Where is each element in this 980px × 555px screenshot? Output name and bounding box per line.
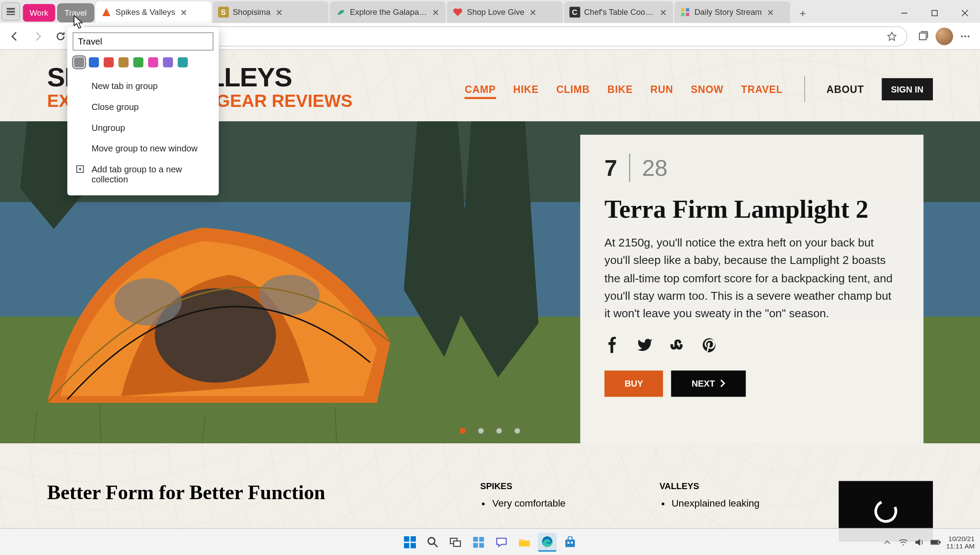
tab-shopisima[interactable]: S Shopisima ✕ bbox=[212, 1, 328, 23]
nav-hike[interactable]: HIKE bbox=[513, 83, 538, 95]
menu-button[interactable] bbox=[954, 25, 976, 47]
pinterest-icon[interactable] bbox=[701, 337, 718, 353]
carousel-dot[interactable] bbox=[514, 428, 521, 434]
close-icon[interactable]: ✕ bbox=[179, 7, 189, 17]
nav-snow[interactable]: SNOW bbox=[691, 83, 723, 95]
carousel-dot[interactable] bbox=[478, 428, 484, 434]
wifi-icon[interactable] bbox=[898, 537, 909, 548]
color-swatch-blue[interactable] bbox=[89, 57, 99, 67]
chat-button[interactable] bbox=[492, 533, 511, 552]
tab-galapagos[interactable]: Explore the Galapagos ✕ bbox=[330, 1, 446, 23]
tab-group-label: Work bbox=[30, 8, 48, 18]
nav-about[interactable]: ABOUT bbox=[827, 83, 864, 95]
svg-rect-12 bbox=[919, 33, 926, 39]
menu-new-tab-in-group[interactable]: New tab in group bbox=[73, 75, 214, 96]
nav-run[interactable]: RUN bbox=[650, 83, 673, 95]
tab-spikes-valleys[interactable]: Spikes & Valleys ✕ bbox=[95, 1, 211, 23]
color-swatch-purple[interactable] bbox=[163, 57, 173, 67]
c-icon: C bbox=[569, 7, 580, 17]
favorite-button[interactable] bbox=[881, 25, 902, 47]
color-swatch-green[interactable] bbox=[133, 57, 143, 67]
nav-travel[interactable]: TRAVEL bbox=[741, 83, 783, 95]
nav-climb[interactable]: CLIMB bbox=[556, 83, 590, 95]
product-card: 7 28 Terra Firm Lamplight 2 At 2150g, yo… bbox=[580, 135, 923, 443]
widgets-button[interactable] bbox=[469, 533, 488, 552]
signin-button[interactable]: SIGN IN bbox=[881, 78, 933, 100]
svg-point-15 bbox=[961, 35, 963, 37]
carousel-dots bbox=[460, 428, 521, 434]
close-window-button[interactable] bbox=[950, 3, 980, 23]
volume-icon[interactable] bbox=[914, 537, 925, 548]
tab-daily-story[interactable]: Daily Story Stream ✕ bbox=[674, 1, 790, 23]
color-swatch-teal[interactable] bbox=[178, 57, 188, 67]
task-view-button[interactable] bbox=[446, 533, 465, 552]
svg-rect-50 bbox=[568, 541, 570, 544]
list-item: Unexplained leaking bbox=[671, 498, 812, 509]
lower-section: Better Form for Better Function SPIKES V… bbox=[0, 443, 980, 541]
store-button[interactable] bbox=[561, 533, 579, 552]
profile-avatar[interactable] bbox=[936, 27, 953, 45]
svg-rect-9 bbox=[932, 10, 937, 15]
back-button[interactable] bbox=[4, 25, 25, 47]
system-clock[interactable]: 10/20/21 11:11 AM bbox=[946, 534, 974, 549]
product-score: 7 28 bbox=[605, 154, 899, 182]
facebook-icon[interactable] bbox=[605, 337, 621, 353]
carousel-dot[interactable] bbox=[460, 428, 466, 434]
collections-button[interactable] bbox=[913, 25, 934, 47]
menu-add-to-collection[interactable]: Add tab group to a new collection bbox=[73, 159, 214, 190]
carousel-dot[interactable] bbox=[496, 428, 502, 434]
stumbleupon-icon[interactable] bbox=[669, 337, 685, 353]
close-icon[interactable]: ✕ bbox=[275, 7, 284, 17]
menu-move-to-new-window[interactable]: Move group to new window bbox=[73, 138, 214, 159]
nav-divider bbox=[804, 75, 805, 103]
browser-tab-strip: Work Travel Spikes & Valleys ✕ S Shopisi… bbox=[0, 0, 980, 23]
svg-rect-44 bbox=[479, 537, 484, 541]
close-icon[interactable]: ✕ bbox=[659, 7, 667, 17]
close-icon[interactable]: ✕ bbox=[528, 7, 538, 17]
svg-rect-46 bbox=[479, 543, 484, 548]
tab-actions-button[interactable] bbox=[1, 2, 20, 21]
twitter-icon[interactable] bbox=[637, 337, 653, 353]
loading-icon bbox=[871, 497, 900, 526]
svg-rect-5 bbox=[686, 8, 689, 12]
edge-button[interactable] bbox=[538, 533, 557, 552]
explorer-button[interactable] bbox=[515, 533, 534, 552]
color-swatch-pink[interactable] bbox=[148, 57, 158, 67]
tab-group-travel[interactable]: Travel bbox=[58, 4, 93, 21]
maximize-button[interactable] bbox=[919, 3, 949, 23]
tab-chefs-table[interactable]: C Chef's Table Cooking ✕ bbox=[564, 1, 673, 23]
buy-button[interactable]: BUY bbox=[605, 370, 664, 397]
color-swatch-tan[interactable] bbox=[119, 57, 129, 67]
svg-rect-35 bbox=[404, 536, 409, 541]
svg-rect-0 bbox=[7, 8, 15, 10]
svg-rect-2 bbox=[7, 14, 15, 15]
next-button[interactable]: NEXT bbox=[671, 370, 746, 397]
group-name-input[interactable] bbox=[73, 32, 214, 51]
menu-ungroup[interactable]: Ungroup bbox=[73, 117, 214, 138]
svg-rect-7 bbox=[686, 13, 689, 16]
valleys-label: VALLEYS bbox=[660, 481, 812, 491]
svg-point-39 bbox=[428, 537, 435, 544]
svg-rect-53 bbox=[939, 541, 940, 543]
product-description: At 2150g, you'll notice the extra heft o… bbox=[605, 234, 899, 323]
chevron-up-icon[interactable] bbox=[881, 537, 892, 548]
tab-group-work[interactable]: Work bbox=[23, 4, 55, 21]
nav-camp[interactable]: CAMP bbox=[465, 83, 496, 95]
battery-icon[interactable] bbox=[930, 537, 941, 548]
nav-bike[interactable]: BIKE bbox=[607, 83, 633, 95]
tab-shop-love-give[interactable]: Shop Love Give ✕ bbox=[447, 1, 563, 23]
svg-rect-37 bbox=[404, 543, 409, 548]
search-button[interactable] bbox=[423, 533, 442, 552]
tab-label: Spikes & Valleys bbox=[116, 7, 175, 17]
color-swatch-grey[interactable] bbox=[74, 57, 84, 67]
minimize-button[interactable] bbox=[889, 3, 919, 23]
color-swatch-red[interactable] bbox=[104, 57, 114, 67]
triangle-icon bbox=[101, 7, 112, 17]
close-icon[interactable]: ✕ bbox=[766, 7, 776, 17]
new-tab-button[interactable]: + bbox=[793, 4, 812, 23]
forward-button[interactable] bbox=[27, 25, 48, 47]
menu-close-group[interactable]: Close group bbox=[73, 96, 214, 117]
svg-rect-4 bbox=[681, 8, 684, 12]
start-button[interactable] bbox=[401, 533, 419, 552]
close-icon[interactable]: ✕ bbox=[431, 7, 440, 17]
